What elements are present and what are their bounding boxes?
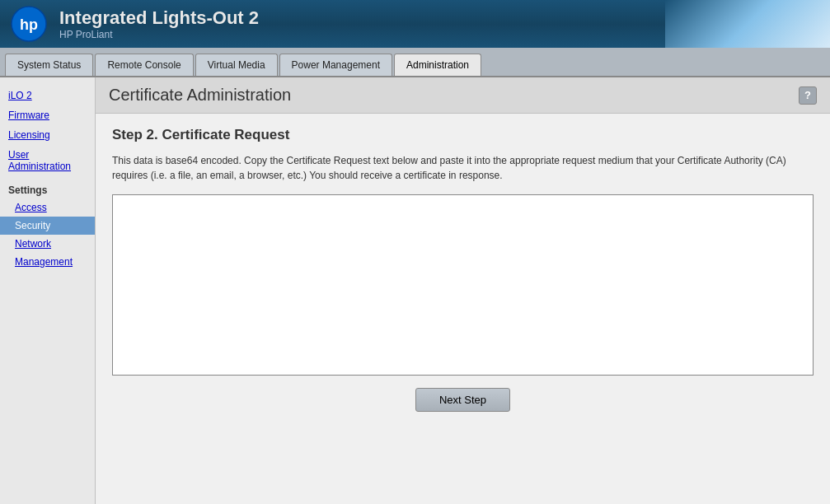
help-button[interactable]: ?	[799, 86, 817, 105]
sidebar-item-user-admin[interactable]: User Administration	[0, 145, 95, 176]
hp-logo: hp	[8, 3, 49, 44]
sidebar-item-firmware[interactable]: Firmware	[0, 105, 95, 125]
page-title: Certificate Administration	[109, 86, 291, 105]
sidebar-item-access[interactable]: Access	[0, 198, 95, 217]
tab-power-management[interactable]: Power Management	[279, 54, 392, 76]
step-description: This data is base64 encoded. Copy the Ce…	[112, 153, 814, 183]
sidebar-item-security[interactable]: Security	[0, 217, 95, 235]
content-body: Step 2. Certificate Request This data is…	[96, 114, 830, 425]
header-decoration	[665, 0, 830, 48]
sidebar-item-licensing[interactable]: Licensing	[0, 125, 95, 145]
nav-tabs: System Status Remote Console Virtual Med…	[0, 48, 830, 77]
tab-system-status[interactable]: System Status	[5, 54, 93, 76]
content-area: Certificate Administration ? Step 2. Cer…	[96, 77, 830, 504]
main-layout: iLO 2 Firmware Licensing User Administra…	[0, 77, 830, 504]
sidebar-item-management[interactable]: Management	[0, 253, 95, 271]
app-sub: HP ProLiant	[59, 29, 259, 40]
tab-remote-console[interactable]: Remote Console	[95, 54, 193, 76]
certificate-request-textarea[interactable]	[112, 194, 814, 376]
content-header: Certificate Administration ?	[96, 77, 830, 114]
app-name: Integrated Lights-Out 2	[59, 7, 259, 29]
app-title-block: Integrated Lights-Out 2 HP ProLiant	[59, 7, 259, 40]
svg-text:hp: hp	[20, 16, 38, 33]
app-header: hp Integrated Lights-Out 2 HP ProLiant	[0, 0, 830, 48]
tab-virtual-media[interactable]: Virtual Media	[195, 54, 278, 76]
sidebar-item-ilo2[interactable]: iLO 2	[0, 86, 95, 105]
sidebar-item-network[interactable]: Network	[0, 235, 95, 253]
sidebar-section-settings: Settings	[0, 180, 95, 198]
tab-administration[interactable]: Administration	[394, 54, 481, 76]
step-title: Step 2. Certificate Request	[112, 127, 814, 143]
sidebar: iLO 2 Firmware Licensing User Administra…	[0, 77, 96, 504]
next-step-button[interactable]: Next Step	[415, 388, 510, 412]
